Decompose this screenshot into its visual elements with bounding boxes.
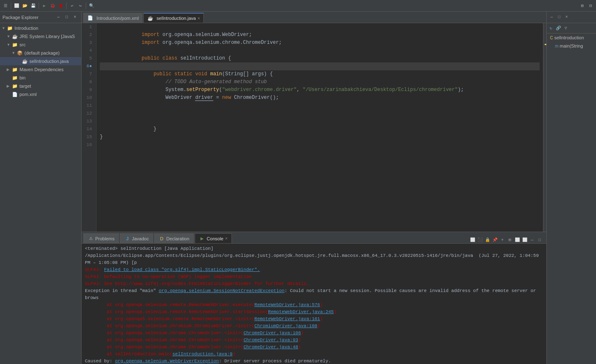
main-toolbar: ☰ ⬜ 📂 💾 ▶ 🐞 ⏹ ↩ ↪ 🔍 ⊞ ⊟ — [0, 0, 596, 12]
editor-tabs: 📄 Introduction/pom.xml ☕ selIntroduction… — [82, 12, 546, 23]
tree-item-bin[interactable]: 📁 bin — [0, 74, 81, 82]
toolbar-search-icon[interactable]: 🔍 — [88, 2, 95, 10]
tab-java-close[interactable]: × — [198, 16, 200, 21]
outline-class-icon: C — [550, 36, 553, 40]
bottom-tabs: ⚠ Problems J Javadoc D Declaration ▶ Con… — [82, 232, 546, 244]
tab-pom-xml[interactable]: 📄 Introduction/pom.xml — [83, 13, 142, 23]
line-numbers: 1 2 3 4 5 6● 7 8 9 10 11 12 13 14 — [82, 23, 97, 232]
console-new-icon[interactable]: + — [499, 237, 506, 243]
code-line-6: public static void main(String[] args) { — [100, 62, 540, 70]
tab-console[interactable]: ▶ Console × — [195, 233, 232, 243]
maven-icon: 📁 — [12, 66, 18, 73]
toolbar-redo-icon[interactable]: ↪ — [77, 2, 84, 10]
tree-item-default-pkg[interactable]: ▼ 📦 (default package) — [0, 49, 81, 57]
link-chromed-93[interactable]: ChromeDriver.java:93 — [244, 338, 298, 342]
outline-maximize-icon[interactable]: □ — [556, 14, 562, 21]
tab-console-label: Console — [207, 236, 223, 241]
link-rwd-245[interactable]: RemoteWebDriver.java:245 — [268, 309, 333, 314]
console-copy-icon[interactable]: ⬜ — [514, 237, 521, 243]
link-selintro-9[interactable]: selIntroduction.java:9 — [172, 352, 232, 357]
tab-problems[interactable]: ⚠ Problems — [83, 233, 119, 243]
tree-item-jre[interactable]: ▼ ☕ JRE System Library [JavaS — [0, 32, 81, 41]
outline-filter-icon[interactable]: ▽ — [562, 25, 569, 31]
console-caused-by: Caused by: org.openqa.selenium.WebDriver… — [85, 358, 543, 364]
bin-icon: 📁 — [12, 74, 18, 81]
package-tree: ▼ 📁 Introduction ▼ ☕ JRE System Library … — [0, 23, 81, 364]
code-line-4: public class selIntroduction { — [100, 47, 540, 55]
console-maximize-icon[interactable]: □ — [536, 237, 543, 243]
editor-scroll[interactable]: 1 2 3 4 5 6● 7 8 9 10 11 12 13 14 — [82, 23, 546, 232]
link-rwd-576[interactable]: RemoteWebDriver.java:576 — [254, 302, 320, 307]
console-tab-close[interactable]: × — [225, 236, 227, 241]
tree-item-src[interactable]: ▼ 📁 src — [0, 41, 81, 49]
line-num-12: 12 — [82, 110, 94, 117]
console-slf4j-link1[interactable]: Failed to load class "org.slf4j.impl.Sta… — [104, 267, 260, 272]
toolbar-open-icon[interactable]: 📂 — [21, 2, 29, 10]
code-line-12 — [100, 110, 540, 117]
tree-label-maven: Maven Dependencies — [19, 67, 63, 72]
tree-label-target: target — [19, 84, 31, 89]
console-display-icon[interactable]: ⊞ — [507, 237, 513, 243]
java-file-icon: ☕ — [22, 58, 28, 65]
toolbar-layout-icon[interactable]: ⊟ — [587, 2, 594, 10]
toolbar-undo-icon[interactable]: ↩ — [68, 2, 76, 10]
console-output: <terminated> selIntroduction [Java Appli… — [82, 244, 546, 364]
console-clear-icon[interactable]: ⬜ — [469, 237, 476, 243]
line-num-9: 9 — [82, 86, 94, 94]
link-cd-108[interactable]: ChromiumDriver.java:108 — [254, 323, 317, 328]
toolbar-stop-icon[interactable]: ⏹ — [57, 2, 65, 10]
line-num-4: 4 — [82, 47, 94, 55]
code-line-16 — [100, 141, 540, 149]
tree-arrow-default-pkg: ▼ — [12, 51, 17, 55]
link-rwd-161[interactable]: RemoteWebDriver.java:161 — [254, 316, 320, 321]
outline-tree: C selIntroduction m main(String — [547, 34, 596, 364]
toolbar-perspective-icon[interactable]: ⊞ — [579, 2, 586, 10]
console-scroll-lock-icon[interactable]: 🔒 — [484, 237, 491, 243]
link-chromed-48[interactable]: ChromeDriver.java:48 — [244, 345, 298, 350]
toolbar-sep-1 — [11, 2, 11, 9]
line-num-2: 2 — [82, 31, 94, 39]
declaration-icon: D — [159, 236, 164, 242]
outline-label-main: main(String — [560, 43, 583, 48]
toolbar-menu-icon[interactable]: ☰ — [2, 2, 9, 10]
outline-sync-icon[interactable]: ↻ — [548, 25, 554, 31]
console-paste-icon[interactable]: ⬜ — [521, 237, 528, 243]
tree-item-maven[interactable]: ▶ 📁 Maven Dependencies — [0, 65, 81, 74]
javadoc-icon: J — [124, 236, 130, 242]
outline-link-icon[interactable]: 🔗 — [555, 25, 562, 31]
code-line-13: } — [100, 117, 540, 125]
toolbar-save-icon[interactable]: 💾 — [29, 2, 37, 10]
console-stack-7: at org.openqa.selenium.chrome.ChromeDriv… — [85, 344, 543, 351]
console-toolbar: ⬜ ⬛ 🔒 📌 + ⊞ ⬜ ⬜ — □ — [468, 237, 545, 243]
link-chromed-106[interactable]: ChromeDriver.java:106 — [244, 330, 301, 335]
sidebar-close-icon[interactable]: × — [71, 14, 79, 21]
tree-label-default-pkg: (default package) — [24, 50, 60, 55]
code-line-14 — [100, 125, 540, 133]
toolbar-run-icon[interactable]: ▶ — [41, 2, 48, 10]
tab-declaration[interactable]: D Declaration — [154, 233, 194, 243]
console-minimize-icon[interactable]: — — [529, 237, 536, 243]
toolbar-debug-icon[interactable]: 🐞 — [49, 2, 56, 10]
tab-javadoc[interactable]: J Javadoc — [120, 233, 153, 243]
outline-minimize-icon[interactable]: — — [548, 14, 555, 21]
console-stack-8: at selIntroduction.main(selIntroduction.… — [85, 351, 543, 358]
outline-item-main[interactable]: m main(String — [547, 42, 596, 50]
outline-panel: — □ × ↻ 🔗 ▽ C selIntroduction m main(Str… — [546, 12, 596, 364]
code-text[interactable]: import org.openqa.selenium.WebDriver; im… — [97, 23, 543, 232]
tree-item-target[interactable]: ▶ 📁 target — [0, 82, 81, 90]
console-stop-icon[interactable]: ⬛ — [477, 237, 483, 243]
tree-item-pomxml[interactable]: 📄 pom.xml — [0, 90, 81, 98]
outline-item-selintro[interactable]: C selIntroduction — [547, 34, 596, 42]
console-session-exception-link[interactable]: org.openqa.selenium.SessionNotCreatedExc… — [159, 288, 285, 293]
center-area: 📄 Introduction/pom.xml ☕ selIntroduction… — [82, 12, 546, 364]
console-pin-icon[interactable]: 📌 — [492, 237, 498, 243]
sidebar-maximize-icon[interactable]: □ — [63, 14, 70, 21]
tree-item-selintro-java[interactable]: ☕ selIntroduction.java — [0, 57, 81, 65]
outline-close-icon[interactable]: × — [563, 14, 570, 21]
tree-item-introduction[interactable]: ▼ 📁 Introduction — [0, 24, 81, 32]
tab-selintro-java[interactable]: ☕ selIntroduction.java × — [143, 13, 204, 23]
toolbar-new-icon[interactable]: ⬜ — [13, 2, 20, 10]
sidebar-minimize-icon[interactable]: — — [55, 14, 62, 21]
link-webdriver-exception[interactable]: org.openqa.selenium.WebDriverException — [115, 359, 219, 364]
target-icon: 📁 — [12, 83, 18, 89]
